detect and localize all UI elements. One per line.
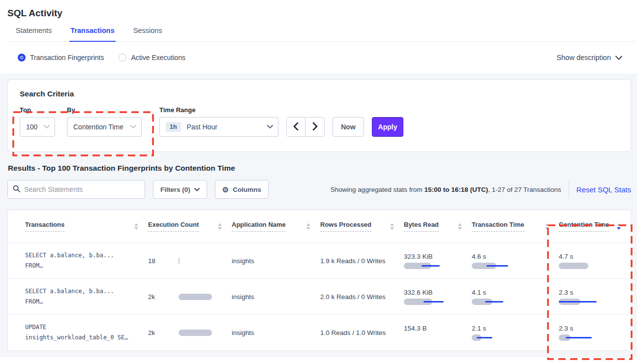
columns-button[interactable]: ⚙ Columns: [215, 180, 269, 199]
rows-processed-cell: 1.0 Reads / 1.0 Writes: [320, 315, 404, 350]
transaction-time-cell: 2.1 s: [472, 315, 559, 350]
sort-icon[interactable]: [545, 223, 549, 230]
page-body: Search Criteria Top 100 By Contention Ti…: [0, 73, 637, 357]
column-header-application-name[interactable]: Application Name: [232, 210, 320, 243]
results-heading: Results - Top 100 Transaction Fingerprin…: [8, 164, 631, 173]
application-name-cell: insights: [232, 279, 320, 314]
bytes-read-bar: [404, 263, 459, 269]
rows-processed-cell: 2.0 k Reads / 0 Writes: [320, 279, 404, 314]
apply-button[interactable]: Apply: [372, 117, 403, 137]
filters-button-label: Filters (0): [160, 186, 190, 193]
execution-count-bar: [179, 330, 226, 336]
search-criteria-heading: Search Criteria: [20, 90, 619, 98]
now-button[interactable]: Now: [333, 117, 364, 137]
column-header-execution-count[interactable]: Execution Count: [148, 210, 232, 243]
top-select[interactable]: 100: [20, 117, 55, 137]
column-header-rows-processed[interactable]: Rows Processed: [320, 210, 404, 243]
column-header-contention-time[interactable]: Contention Time: [559, 210, 631, 243]
execution-count-cell: 2k: [148, 315, 232, 350]
top-control: Top 100: [20, 106, 55, 137]
application-name-cell: insights: [232, 315, 320, 350]
table-row: SELECT a.balance, b.ba... FROM… 2k insig…: [8, 278, 631, 314]
sort-icon[interactable]: [390, 223, 394, 230]
radio-transaction-fingerprints[interactable]: Transaction Fingerprints: [18, 54, 104, 61]
app-header: SQL Activity Statements Transactions Ses…: [0, 0, 637, 42]
table-header-row: Transactions Execution Count Application…: [8, 210, 631, 243]
contention-time-bar: [559, 263, 614, 269]
gear-icon: ⚙: [222, 186, 229, 193]
rows-processed-cell: 1.9 k Reads / 0 Writes: [320, 243, 404, 278]
by-label: By: [67, 106, 142, 114]
search-icon: [13, 185, 20, 194]
next-time-button[interactable]: [305, 118, 324, 136]
transaction-time-cell: 4.1 s: [472, 279, 559, 314]
view-mode-radio-group: Transaction Fingerprints Active Executio…: [18, 54, 185, 61]
radio-active-executions[interactable]: Active Executions: [119, 54, 185, 61]
contention-time-bar: [559, 299, 614, 305]
stats-cluster: Showing aggregated stats from 15:00 to 1…: [331, 181, 631, 198]
chevron-down-icon: [44, 125, 50, 129]
column-header-bytes-read[interactable]: Bytes Read: [404, 210, 472, 243]
prev-time-button[interactable]: [287, 118, 305, 136]
time-range-badge: 1h: [166, 122, 181, 132]
transaction-time-bar: [472, 299, 527, 305]
contention-time-bar: [559, 334, 614, 341]
transaction-time-bar: [472, 263, 527, 269]
tab-transactions[interactable]: Transactions: [69, 27, 115, 42]
contention-time-cell: 2.3 s: [559, 279, 631, 314]
search-criteria-panel: Search Criteria Top 100 By Contention Ti…: [7, 79, 631, 152]
execution-count-bar: [179, 258, 226, 264]
tab-sessions[interactable]: Sessions: [132, 27, 163, 41]
time-pager: [286, 117, 325, 137]
transaction-time-cell: 4.6 s: [472, 243, 559, 278]
tab-bar: Statements Transactions Sessions: [7, 27, 637, 42]
reset-sql-stats-link[interactable]: Reset SQL Stats: [576, 185, 631, 194]
filters-button[interactable]: Filters (0): [153, 180, 207, 199]
chevron-down-icon: [267, 125, 273, 129]
top-select-value: 100: [26, 123, 44, 131]
transaction-time-bar: [472, 334, 527, 341]
bytes-read-cell: 323.3 KiB: [404, 243, 472, 278]
bytes-read-bar: [404, 299, 459, 305]
search-statements-input[interactable]: [24, 185, 140, 193]
bytes-read-bar: [404, 334, 459, 341]
column-header-transaction-time[interactable]: Transaction Time: [472, 210, 559, 243]
sort-icon[interactable]: [458, 223, 462, 230]
radio-label: Transaction Fingerprints: [30, 54, 104, 61]
results-toolbar: Filters (0) ⚙ Columns Showing aggregated…: [7, 180, 631, 199]
view-mode-band: Transaction Fingerprints Active Executio…: [0, 42, 637, 73]
show-description-label: Show description: [557, 54, 611, 61]
transaction-fingerprint-link[interactable]: SELECT a.balance, b.ba... FROM…: [8, 243, 148, 278]
execution-count-cell: 18: [148, 243, 232, 278]
by-select-value: Contention Time: [73, 123, 130, 131]
chevron-down-icon: [194, 188, 200, 191]
sort-icon[interactable]: [134, 223, 138, 230]
time-range-select[interactable]: 1h Past Hour: [159, 117, 278, 137]
by-select[interactable]: Contention Time: [67, 117, 142, 137]
chevron-down-icon: [130, 125, 136, 129]
time-range-label: Time Range: [159, 106, 278, 114]
transaction-fingerprint-link[interactable]: SELECT a.balance, b.ba... FROM…: [8, 279, 148, 314]
column-header-transactions[interactable]: Transactions: [8, 210, 148, 243]
sort-icon[interactable]: [306, 223, 310, 230]
page-title: SQL Activity: [7, 8, 637, 19]
radio-unselected-icon: [119, 54, 126, 61]
aggregated-stats-text: Showing aggregated stats from 15:00 to 1…: [331, 186, 561, 193]
sort-icon[interactable]: [218, 223, 222, 230]
sort-icon-descending[interactable]: [617, 223, 621, 230]
application-name-cell: insights: [232, 243, 320, 278]
vertical-divider: [569, 181, 569, 198]
table-row: UPDATE insights_workload_table_0 SE… 2k …: [8, 314, 631, 350]
show-description-toggle[interactable]: Show description: [557, 54, 622, 61]
search-statements-box: [7, 180, 145, 199]
bytes-read-cell: 332.6 KiB: [404, 279, 472, 314]
execution-count-bar: [179, 294, 226, 300]
tab-statements[interactable]: Statements: [15, 27, 53, 41]
radio-label: Active Executions: [131, 54, 185, 61]
chevron-left-icon: [293, 122, 299, 132]
bytes-read-cell: 154.3 B: [404, 315, 472, 350]
top-label: Top: [20, 106, 55, 114]
radio-selected-icon: [18, 54, 26, 61]
search-criteria-controls: Top 100 By Contention Time Tim: [20, 106, 619, 137]
transaction-fingerprint-link[interactable]: UPDATE insights_workload_table_0 SE…: [8, 315, 148, 350]
